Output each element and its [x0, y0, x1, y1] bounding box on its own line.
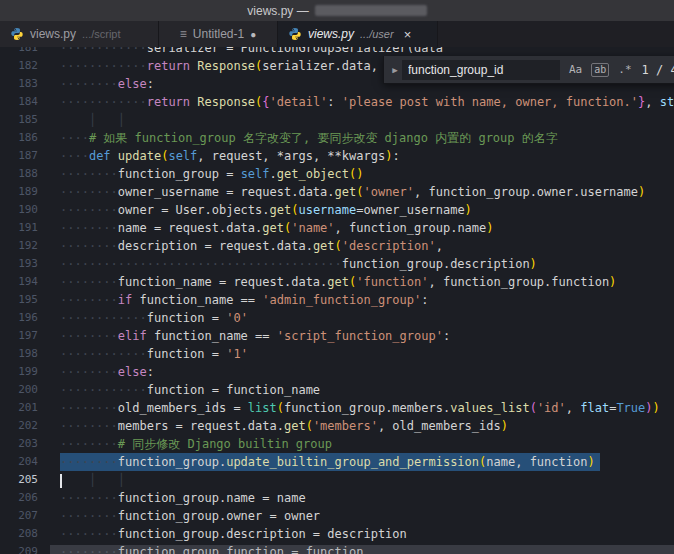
- window-title: views.py —: [247, 4, 308, 18]
- line-number[interactable]: 190: [0, 201, 48, 219]
- file-lines-icon: ≡: [180, 27, 187, 41]
- whitespace-dots: ············: [60, 383, 147, 397]
- tab-views-py-user[interactable]: views.py .../user ×: [278, 21, 438, 47]
- code-line[interactable]: 200············function = function_name: [0, 381, 674, 399]
- line-number[interactable]: 209: [0, 543, 48, 554]
- line-number[interactable]: 192: [0, 237, 48, 255]
- code-text: ········# 同步修改 Django builtin group: [60, 435, 332, 453]
- code-line[interactable]: 190········owner = User.objects.get(user…: [0, 201, 674, 219]
- whitespace-dots: ········: [60, 203, 118, 217]
- line-number[interactable]: 199: [0, 363, 48, 381]
- code-text: ············function = '1': [60, 345, 248, 363]
- line-number[interactable]: 183: [0, 75, 48, 93]
- tab-label: views.py: [308, 27, 354, 41]
- regex-toggle[interactable]: .*: [618, 63, 631, 76]
- line-number[interactable]: 187: [0, 147, 48, 165]
- line-number[interactable]: 189: [0, 183, 48, 201]
- whitespace-dots: ····: [60, 131, 89, 145]
- code-editor[interactable]: 181············serializer = FunctionGrou…: [0, 47, 674, 554]
- code-line[interactable]: 205 │ │: [0, 471, 674, 489]
- code-line[interactable]: 185 │ │: [0, 111, 674, 129]
- code-text: ········else:: [60, 75, 154, 93]
- line-number[interactable]: 194: [0, 273, 48, 291]
- code-text: ········function_group = self.get_object…: [60, 165, 363, 183]
- code-line[interactable]: 191········name = request.data.get('name…: [0, 219, 674, 237]
- whole-word-toggle[interactable]: ab: [591, 63, 609, 77]
- code-text: ········owner = User.objects.get(usernam…: [60, 201, 472, 219]
- match-case-toggle[interactable]: Aa: [569, 63, 582, 76]
- code-line[interactable]: 188········function_group = self.get_obj…: [0, 165, 674, 183]
- line-number[interactable]: 191: [0, 219, 48, 237]
- line-number[interactable]: 196: [0, 309, 48, 327]
- line-number[interactable]: 208: [0, 525, 48, 543]
- code-line[interactable]: 199········else:: [0, 363, 674, 381]
- tab-untitled-1[interactable]: ≡ Untitled-1 ●: [159, 21, 278, 47]
- code-text: ········name = request.data.get('name', …: [60, 219, 494, 237]
- code-text: ········members = request.data.get('memb…: [60, 417, 508, 435]
- whitespace-dots: ········: [60, 185, 118, 199]
- line-number[interactable]: 203: [0, 435, 48, 453]
- line-number[interactable]: 207: [0, 507, 48, 525]
- window-titlebar: views.py —: [0, 0, 674, 21]
- whitespace-dots: ············: [60, 311, 147, 325]
- code-line[interactable]: 194········function_name = request.data.…: [0, 273, 674, 291]
- code-line[interactable]: 187····def update(self, request, *args, …: [0, 147, 674, 165]
- line-number[interactable]: 201: [0, 399, 48, 417]
- redacted-title-segment: [315, 5, 427, 16]
- horizontal-scrollbar[interactable]: [50, 545, 674, 554]
- code-line[interactable]: 193·····································…: [0, 255, 674, 273]
- line-number[interactable]: 181: [0, 47, 48, 57]
- line-number[interactable]: 184: [0, 93, 48, 111]
- line-number[interactable]: 205: [0, 471, 48, 489]
- whitespace-dots: ········: [60, 329, 118, 343]
- find-expand-chevron-icon[interactable]: ▶: [388, 65, 402, 75]
- code-line[interactable]: 201········old_members_ids = list(functi…: [0, 399, 674, 417]
- code-line[interactable]: 202········members = request.data.get('m…: [0, 417, 674, 435]
- code-line[interactable]: 206········function_group.name = name: [0, 489, 674, 507]
- code-text: ········function_group.description = des…: [60, 525, 407, 543]
- whitespace-dots: ········: [60, 77, 118, 91]
- code-text: ········old_members_ids = list(function_…: [60, 399, 660, 417]
- code-text: ········function_group.name = name: [60, 489, 306, 507]
- code-text: ·······································f…: [60, 255, 537, 273]
- tab-views-py-script[interactable]: views.py .../script: [0, 21, 159, 47]
- code-text: ········function_name = request.data.get…: [60, 273, 616, 291]
- code-text: ········function_group.owner = owner: [60, 507, 320, 525]
- code-line[interactable]: 196············function = '0': [0, 309, 674, 327]
- line-number[interactable]: 200: [0, 381, 48, 399]
- line-number[interactable]: 204: [0, 453, 48, 471]
- close-tab-icon[interactable]: ×: [404, 27, 412, 42]
- line-number[interactable]: 182: [0, 57, 48, 75]
- code-line[interactable]: 189········owner_username = request.data…: [0, 183, 674, 201]
- line-number[interactable]: 197: [0, 327, 48, 345]
- line-number[interactable]: 188: [0, 165, 48, 183]
- whitespace-dots: ········: [60, 509, 118, 523]
- tab-label: views.py: [30, 27, 76, 41]
- code-line[interactable]: 195········if function_name == 'admin_fu…: [0, 291, 674, 309]
- line-number[interactable]: 193: [0, 255, 48, 273]
- line-number[interactable]: 198: [0, 345, 48, 363]
- code-text: ····# 如果 function_group 名字改变了, 要同步改变 dja…: [60, 129, 558, 147]
- code-text: ········elif function_name == 'script_fu…: [60, 327, 450, 345]
- line-number[interactable]: 185: [0, 111, 48, 129]
- line-number[interactable]: 186: [0, 129, 48, 147]
- code-line[interactable]: 208········function_group.description = …: [0, 525, 674, 543]
- whitespace-dots: ············: [60, 59, 147, 73]
- code-line[interactable]: 198············function = '1': [0, 345, 674, 363]
- line-number[interactable]: 202: [0, 417, 48, 435]
- code-line[interactable]: 204········function_group.update_builtin…: [0, 453, 674, 471]
- code-line[interactable]: 197········elif function_name == 'script…: [0, 327, 674, 345]
- code-line[interactable]: 186····# 如果 function_group 名字改变了, 要同步改变 …: [0, 129, 674, 147]
- find-input[interactable]: [402, 60, 560, 80]
- whitespace-dots: ········: [60, 401, 118, 415]
- code-line[interactable]: 184············return Response({'detail'…: [0, 93, 674, 111]
- line-number[interactable]: 206: [0, 489, 48, 507]
- code-text: ············return Response(serializer.d…: [60, 57, 378, 75]
- line-number[interactable]: 195: [0, 291, 48, 309]
- code-line[interactable]: 192········description = request.data.ge…: [0, 237, 674, 255]
- code-text: │ │: [60, 111, 125, 129]
- code-text: │ │: [60, 471, 125, 489]
- code-line[interactable]: 207········function_group.owner = owner: [0, 507, 674, 525]
- find-widget: ▶ Aa ab .* 1 / 4: [383, 56, 674, 84]
- code-line[interactable]: 203········# 同步修改 Django builtin group: [0, 435, 674, 453]
